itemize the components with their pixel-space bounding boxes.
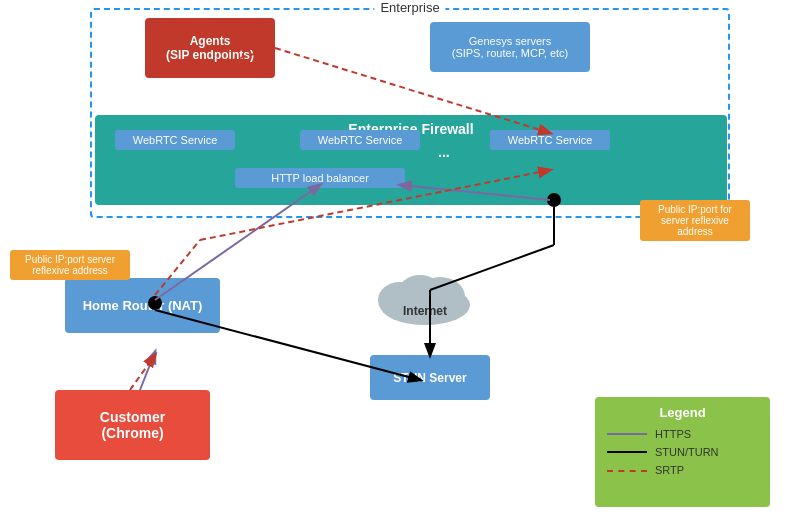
webrtc-service-1: WebRTC Service bbox=[115, 130, 235, 150]
diagram-container: Enterprise Enterprise Firewall WebRTC Se… bbox=[0, 0, 800, 532]
srtp-label: SRTP bbox=[655, 464, 684, 476]
internet-cloud-svg: Internet bbox=[370, 265, 480, 330]
stun-label: STUN Server bbox=[393, 371, 466, 385]
public-ip-label-left: Public IP:port server reflexive address bbox=[10, 250, 130, 280]
enterprise-label: Enterprise bbox=[374, 0, 445, 15]
stun-line-icon bbox=[607, 451, 647, 453]
legend-srtp: SRTP bbox=[607, 464, 758, 476]
stun-turn-label: STUN/TURN bbox=[655, 446, 719, 458]
router-box: Home Router (NAT) bbox=[65, 278, 220, 333]
https-label: HTTPS bbox=[655, 428, 691, 440]
svg-line-6 bbox=[140, 352, 155, 390]
legend-title: Legend bbox=[607, 405, 758, 420]
webrtc-label-3: WebRTC Service bbox=[508, 134, 593, 146]
legend-stun: STUN/TURN bbox=[607, 446, 758, 458]
http-load-balancer: HTTP load balancer bbox=[235, 168, 405, 188]
srtp-line-icon bbox=[607, 470, 647, 472]
stun-server-box: STUN Server bbox=[370, 355, 490, 400]
legend-box: Legend HTTPS STUN/TURN SRTP bbox=[595, 397, 770, 507]
agents-box: Agents(SIP endpoints) bbox=[145, 18, 275, 78]
agents-label: Agents(SIP endpoints) bbox=[166, 34, 254, 62]
http-lb-label: HTTP load balancer bbox=[271, 172, 369, 184]
public-ip-right-text: Public IP:port for server reflexive addr… bbox=[658, 204, 732, 237]
genesys-box: Genesys servers(SIPS, router, MCP, etc) bbox=[430, 22, 590, 72]
svg-text:Internet: Internet bbox=[403, 304, 447, 318]
webrtc-service-2: WebRTC Service bbox=[300, 130, 420, 150]
nat-connection-dot bbox=[148, 296, 162, 310]
svg-line-14 bbox=[130, 355, 155, 390]
customer-box: Customer(Chrome) bbox=[55, 390, 210, 460]
https-line-icon bbox=[607, 433, 647, 435]
customer-label: Customer(Chrome) bbox=[100, 409, 165, 441]
firewall-box: Enterprise Firewall bbox=[95, 115, 727, 205]
public-ip-label-right: Public IP:port for server reflexive addr… bbox=[640, 200, 750, 241]
webrtc-label-2: WebRTC Service bbox=[318, 134, 403, 146]
dots-separator: ... bbox=[438, 144, 450, 160]
webrtc-label-1: WebRTC Service bbox=[133, 134, 218, 146]
genesys-label: Genesys servers(SIPS, router, MCP, etc) bbox=[452, 35, 569, 59]
webrtc3-connection-dot bbox=[547, 193, 561, 207]
legend-https: HTTPS bbox=[607, 428, 758, 440]
public-ip-left-text: Public IP:port server reflexive address bbox=[25, 254, 115, 276]
webrtc-service-3: WebRTC Service bbox=[490, 130, 610, 150]
router-label: Home Router (NAT) bbox=[83, 298, 203, 313]
